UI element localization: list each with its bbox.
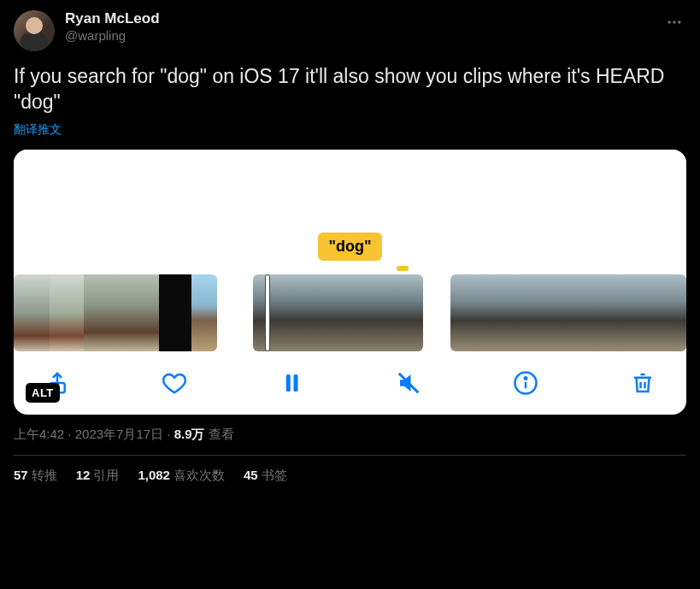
clip-group[interactable]	[253, 274, 423, 351]
info-icon	[513, 370, 538, 396]
timeline-tick-row	[14, 266, 686, 274]
ellipsis-icon	[666, 14, 683, 31]
video-frame	[621, 274, 664, 351]
search-token-row: "dog"	[14, 227, 686, 266]
author-names[interactable]: Ryan McLeod @warpling	[65, 10, 652, 44]
playhead[interactable]	[265, 274, 270, 351]
retweets-stat[interactable]: 57转推	[14, 468, 57, 484]
alt-badge[interactable]: ALT	[26, 383, 60, 403]
pause-button[interactable]	[279, 370, 304, 396]
svg-rect-4	[286, 374, 291, 392]
timeline-tick	[397, 266, 409, 271]
video-filmstrip[interactable]	[14, 274, 686, 353]
video-frame	[14, 274, 50, 351]
clip-group[interactable]	[450, 274, 686, 351]
svg-point-9	[525, 377, 527, 380]
likes-stat[interactable]: 1,082喜欢次数	[138, 468, 225, 484]
tweet-time[interactable]: 上午4:42	[14, 427, 64, 441]
media-card[interactable]: "dog"	[14, 150, 686, 415]
video-frame	[253, 274, 299, 351]
tweet-container: Ryan McLeod @warpling If you search for …	[0, 0, 700, 496]
video-frame	[159, 274, 191, 351]
display-name: Ryan McLeod	[65, 10, 652, 27]
video-frame	[493, 274, 536, 351]
video-frame	[391, 274, 423, 351]
tweet-stats: 57转推 12引用 1,082喜欢次数 45书签	[14, 456, 686, 496]
quotes-stat[interactable]: 12引用	[76, 468, 120, 484]
meta-sep: ·	[163, 427, 174, 441]
video-frame	[536, 274, 579, 351]
trash-button[interactable]	[630, 370, 656, 396]
avatar[interactable]	[14, 10, 55, 51]
clip-group[interactable]	[14, 274, 217, 351]
mute-button[interactable]	[396, 370, 421, 396]
svg-rect-5	[294, 374, 298, 392]
video-frame	[450, 274, 493, 351]
tweet-meta: 上午4:42 · 2023年7月17日 · 8.9万 查看	[14, 427, 686, 456]
bookmarks-stat[interactable]: 45书签	[244, 468, 287, 484]
views-label: 查看	[209, 427, 234, 441]
media-top-area	[14, 150, 686, 227]
mute-icon	[396, 370, 421, 396]
tweet-date[interactable]: 2023年7月17日	[75, 427, 163, 441]
meta-sep: ·	[64, 427, 75, 441]
info-button[interactable]	[513, 370, 538, 396]
handle: @warpling	[65, 27, 652, 44]
trash-icon	[630, 370, 656, 396]
video-frame	[345, 274, 391, 351]
video-frame	[299, 274, 345, 351]
heart-icon	[162, 370, 187, 396]
video-frame	[50, 274, 84, 351]
search-token-label: "dog"	[318, 233, 381, 261]
video-frame	[579, 274, 621, 351]
video-frame	[84, 274, 121, 351]
video-frame	[121, 274, 159, 351]
video-frame	[191, 274, 217, 351]
video-frame	[664, 274, 686, 351]
svg-point-0	[668, 21, 671, 23]
media-toolbar	[14, 353, 686, 415]
views-count: 8.9万	[174, 427, 205, 441]
pause-icon	[279, 370, 304, 396]
tweet-header: Ryan McLeod @warpling	[14, 10, 686, 51]
svg-point-2	[678, 21, 680, 23]
svg-point-1	[673, 21, 675, 23]
like-button[interactable]	[162, 370, 187, 396]
tweet-text: If you search for "dog" on iOS 17 it'll …	[14, 63, 686, 115]
translate-link[interactable]: 翻译推文	[14, 122, 62, 138]
more-button[interactable]	[662, 10, 686, 38]
